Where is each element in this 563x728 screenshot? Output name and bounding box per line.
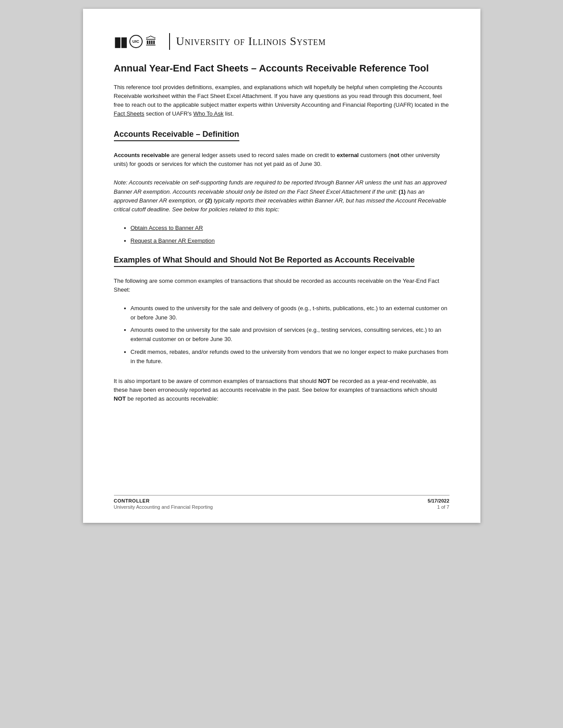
document-page: ▮▮ UIC 🏛 University of Illinois System A… <box>83 9 480 523</box>
section2-title-wrapper: Examples of What Should and Should Not B… <box>114 255 450 273</box>
university-name: University of Illinois System <box>176 35 326 48</box>
list-item: Amounts owed to the university for the s… <box>131 326 450 344</box>
intro-paragraph: This reference tool provides definitions… <box>114 83 450 119</box>
section-ar-definition: Accounts Receivable – Definition Account… <box>114 130 450 245</box>
footer-sub-label: University Accounting and Financial Repo… <box>114 504 213 510</box>
bullet-item-1: Amounts owed to the university for the s… <box>131 305 448 321</box>
note-body: Accounts receivable on self-supporting f… <box>114 179 447 195</box>
list-item: Obtain Access to Banner AR <box>131 224 450 233</box>
obtain-access-link[interactable]: Obtain Access to Banner AR <box>131 225 203 231</box>
s1-bold3: not <box>390 152 399 158</box>
intro-text-end: list. <box>223 110 234 117</box>
s1-bold2: external <box>337 152 359 158</box>
request-exemption-link[interactable]: Request a Banner AR Exemption <box>131 237 215 244</box>
bullet-item-3: Credit memos, rebates, and/or refunds ow… <box>131 349 449 364</box>
ar-bold-label: Accounts receivable <box>114 152 170 158</box>
block-i-icon: ▮▮ <box>114 34 127 49</box>
intro-text-mid: section of UAFR's <box>144 110 193 117</box>
section2-bullet-list: Amounts owed to the university for the s… <box>131 304 450 366</box>
intro-text-start: This reference tool provides definitions… <box>114 84 449 108</box>
section2-closing: It is also important to be aware of comm… <box>114 377 450 403</box>
note-bold1: (1) <box>399 188 406 195</box>
section1-body-paragraph: Accounts receivable are general ledger a… <box>114 151 450 169</box>
closing-not2: NOT <box>114 395 126 402</box>
document-title: Annual Year-End Fact Sheets – Accounts R… <box>114 62 450 75</box>
s1-text2: customers ( <box>359 152 391 158</box>
footer-right: 5/17/2022 1 of 7 <box>428 498 450 510</box>
logo-icons: ▮▮ UIC 🏛 <box>114 34 157 49</box>
logo-divider <box>169 33 170 50</box>
list-item: Amounts owed to the university for the s… <box>131 304 450 323</box>
footer-left: CONTROLLER University Accounting and Fin… <box>114 498 213 510</box>
section-examples: Examples of What Should and Should Not B… <box>114 255 450 403</box>
section2-intro: The following are some common examples o… <box>114 277 450 294</box>
footer-page: 1 of 7 <box>428 504 450 510</box>
note-bold2: (2) <box>205 197 212 204</box>
footer-controller-label: CONTROLLER <box>114 498 213 503</box>
footer-date: 5/17/2022 <box>428 498 450 503</box>
page-footer: CONTROLLER University Accounting and Fin… <box>114 495 450 510</box>
note-paragraph: Note: Accounts receivable on self-suppor… <box>114 178 450 214</box>
closing-text3: be reported as accounts receivable: <box>126 395 219 402</box>
bullet-item-2: Amounts owed to the university for the s… <box>131 326 442 342</box>
section1-bullet-list: Obtain Access to Banner AR Request a Ban… <box>131 224 450 246</box>
closing-text1: It is also important to be aware of comm… <box>114 378 318 384</box>
uic-circle-icon: UIC <box>129 35 143 48</box>
section1-title-wrapper: Accounts Receivable – Definition <box>114 130 450 147</box>
s1-text1: are general ledger assets used to record… <box>170 152 337 158</box>
closing-not1: NOT <box>318 378 330 384</box>
section1-title: Accounts Receivable – Definition <box>114 130 239 141</box>
section2-title: Examples of What Should and Should Not B… <box>114 255 415 267</box>
header-logo: ▮▮ UIC 🏛 University of Illinois System <box>114 33 450 50</box>
who-to-ask-link[interactable]: Who To Ask <box>193 110 223 117</box>
building-icon: 🏛 <box>145 35 157 49</box>
fact-sheets-link[interactable]: Fact Sheets <box>114 110 144 117</box>
list-item: Request a Banner AR Exemption <box>131 236 450 246</box>
list-item: Credit memos, rebates, and/or refunds ow… <box>131 348 450 366</box>
note-label: Note: <box>114 179 128 186</box>
